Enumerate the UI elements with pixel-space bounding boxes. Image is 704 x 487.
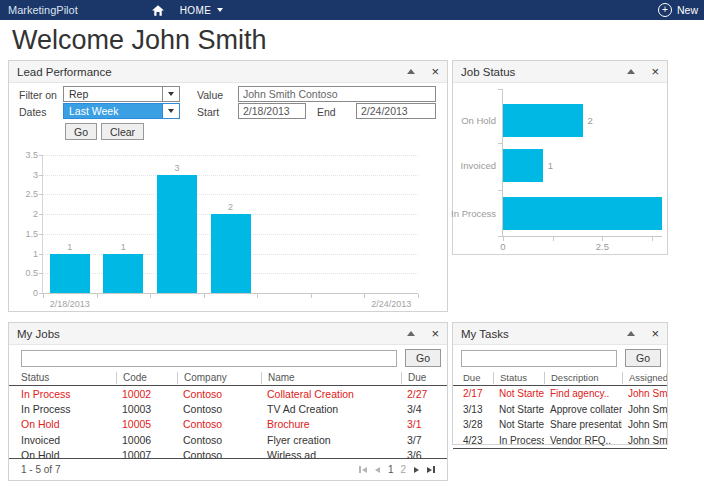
filter-on-selected-value: Rep [64, 87, 162, 101]
table-row[interactable]: 3/13Not StartedApprove collateral...John… [453, 402, 667, 418]
bar-value-label: 3 [162, 163, 192, 173]
y-tick-label: 0 [9, 288, 38, 298]
axis-tick [204, 294, 205, 298]
tasks-go-button[interactable]: Go [625, 349, 661, 367]
bar-on-hold[interactable] [503, 104, 583, 137]
axis-tick [498, 236, 502, 237]
start-date-input[interactable] [238, 103, 306, 119]
y-tick-label: 0.5 [9, 268, 38, 278]
select-dropdown-button[interactable] [162, 87, 179, 101]
page-number-2[interactable]: 2 [400, 464, 406, 475]
bar-invoiced[interactable] [503, 149, 543, 182]
panel-title: Job Status [461, 66, 515, 78]
table-cell: 3/13 [463, 404, 493, 415]
axis-tick [553, 237, 554, 241]
table-row[interactable]: In Process10003ContosoTV Ad Creation3/4 [9, 401, 447, 416]
bar-2/19/2013[interactable] [103, 254, 143, 293]
collapse-icon[interactable] [627, 331, 635, 336]
table-row[interactable]: Invoiced10006ContosoFlyer creation3/7 [9, 432, 447, 447]
axis-tick [364, 294, 365, 298]
jobs-search-input[interactable] [21, 350, 397, 367]
my-tasks-panel: My Tasks × Go DueStatusDescriptionAssign… [452, 322, 668, 445]
table-row[interactable]: 3/28Not StartedShare presentation...John… [453, 417, 667, 433]
axis-tick [39, 273, 43, 274]
axis-tick [150, 294, 151, 298]
column-header-status[interactable]: Status [21, 372, 116, 383]
clear-button[interactable]: Clear [101, 123, 144, 140]
go-button[interactable]: Go [65, 123, 97, 140]
column-header-due[interactable]: Due [401, 372, 447, 384]
previous-page-button[interactable] [375, 467, 380, 473]
close-icon[interactable]: × [431, 65, 439, 78]
column-header-assigned-by[interactable]: Assigned By [622, 372, 667, 384]
axis-tick [39, 214, 43, 215]
table-cell: Share presentation... [544, 419, 622, 430]
plus-circle-icon: + [658, 3, 672, 17]
column-header-code[interactable]: Code [116, 372, 177, 384]
next-page-button[interactable] [414, 467, 419, 473]
axis-tick [43, 294, 44, 298]
close-icon[interactable]: × [651, 65, 659, 78]
filter-on-select[interactable]: Rep [63, 86, 180, 102]
table-cell: Not Started [493, 404, 544, 415]
axis-tick [498, 190, 502, 191]
new-button[interactable]: + New [658, 3, 698, 17]
table-cell: Brochure [261, 418, 401, 430]
collapse-icon[interactable] [407, 331, 415, 336]
y-tick-label: 1.5 [9, 229, 38, 239]
close-icon[interactable]: × [651, 327, 659, 340]
end-date-input[interactable] [356, 103, 436, 119]
jobs-go-button[interactable]: Go [405, 349, 441, 367]
table-cell: 3/4 [401, 403, 447, 415]
axis-tick [257, 294, 258, 298]
end-label: End [317, 106, 336, 118]
bar-2/21/2013[interactable] [211, 214, 251, 293]
y-tick-label: 2.5 [9, 189, 38, 199]
table-row[interactable]: In Process10002ContosoCollateral Creatio… [9, 386, 447, 401]
dates-label: Dates [19, 106, 46, 118]
tasks-search-input[interactable] [461, 350, 617, 367]
table-cell: 10002 [116, 388, 177, 400]
column-header-description[interactable]: Description [544, 372, 622, 384]
table-cell: Invoiced [21, 434, 116, 446]
table-cell: 2/17 [463, 388, 493, 399]
home-icon[interactable] [152, 5, 164, 16]
panel-header: Lead Performance × [9, 61, 447, 83]
collapse-icon[interactable] [407, 69, 415, 74]
my-jobs-panel: My Jobs × Go StatusCodeCompanyNameDue In… [8, 322, 448, 481]
table-body: 2/17Not StartedFind agency..John Smith3/… [453, 386, 667, 449]
table-cell: Approve collateral... [544, 404, 622, 415]
dates-select[interactable]: Last Week [63, 103, 180, 119]
nav-home-menu[interactable]: HOME [180, 5, 224, 16]
last-page-button[interactable] [427, 466, 435, 473]
bar-value-label: 2 [588, 115, 593, 126]
page-numbers: 12 [388, 464, 406, 475]
bar-value-label: 1 [108, 242, 138, 252]
collapse-icon[interactable] [627, 69, 635, 74]
table-row[interactable]: 4/23In ProcessVendor RFQ..John Smith [453, 433, 667, 449]
x-axis-label-end: 2/24/2013 [371, 299, 411, 309]
close-icon[interactable]: × [431, 327, 439, 340]
bar-2/18/2013[interactable] [50, 254, 90, 293]
column-header-company[interactable]: Company [177, 372, 261, 384]
table-row[interactable]: 2/17Not StartedFind agency..John Smith [453, 386, 667, 402]
value-input[interactable] [238, 86, 436, 102]
bar-in-process[interactable] [503, 197, 662, 230]
column-header-status[interactable]: Status [493, 372, 544, 384]
select-dropdown-button[interactable] [162, 104, 179, 118]
x-tick-label: 2.5 [596, 241, 609, 252]
column-header-name[interactable]: Name [261, 372, 401, 384]
y-axis-labels: 00.511.522.533.5 [9, 155, 38, 293]
table-cell: Flyer creation [261, 434, 401, 446]
table-row[interactable]: On Hold10005ContosoBrochure3/1 [9, 417, 447, 432]
first-page-button[interactable] [359, 466, 367, 473]
new-button-label: New [677, 4, 698, 16]
bar-2/20/2013[interactable] [157, 175, 197, 293]
table-cell: Collateral Creation [261, 388, 401, 400]
column-header-due[interactable]: Due [463, 372, 493, 383]
start-label: Start [197, 106, 219, 118]
panel-title: My Tasks [461, 328, 509, 340]
bar-value-label: 1 [55, 242, 85, 252]
page-number-1[interactable]: 1 [388, 464, 394, 475]
dates-selected-value: Last Week [64, 104, 162, 118]
